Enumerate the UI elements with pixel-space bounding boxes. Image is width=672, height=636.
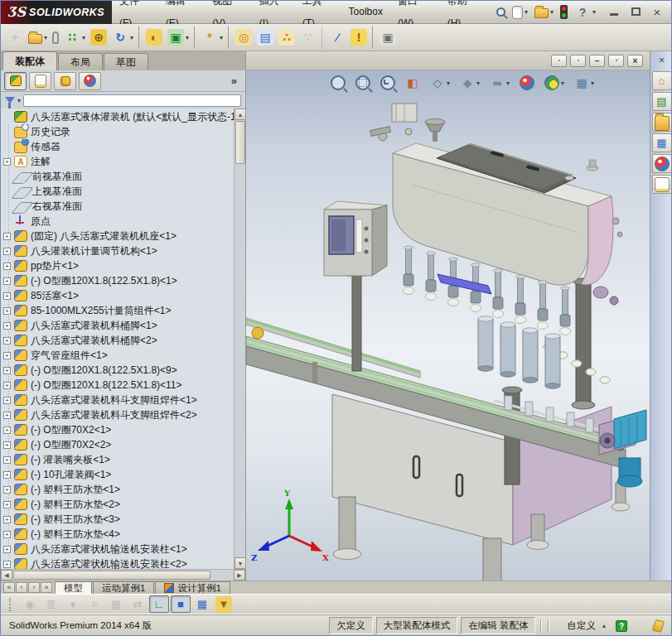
expand-icon[interactable]: + bbox=[3, 382, 11, 389]
tree-item[interactable]: + (-) O型圈70X2<2> bbox=[1, 437, 234, 452]
custom-view-selector[interactable]: 自定义 bbox=[567, 619, 596, 632]
appearances-icon[interactable] bbox=[652, 154, 672, 173]
custom-properties-icon[interactable] bbox=[652, 175, 672, 194]
scroll-right-icon[interactable]: ▶ bbox=[234, 570, 245, 581]
motion-grid-icon[interactable]: ▦ bbox=[106, 595, 126, 613]
assembly-features-icon[interactable]: ▣ bbox=[165, 26, 195, 49]
first-tab-button[interactable]: « bbox=[3, 582, 15, 593]
expand-icon[interactable]: + bbox=[3, 516, 11, 523]
expand-icon[interactable]: + bbox=[3, 277, 11, 285]
hide-show-items-icon[interactable]: ∞ bbox=[488, 75, 511, 91]
linear-component-pattern-icon[interactable]: ∷ bbox=[61, 26, 88, 49]
restore-button[interactable] bbox=[628, 6, 643, 18]
tree-item[interactable]: + 八头灌装机计量调节机构<1> bbox=[1, 243, 234, 258]
bill-of-materials-icon[interactable]: ▤ bbox=[254, 26, 276, 49]
tree-item[interactable]: + 85-1000MLX255计量筒组件<1> bbox=[1, 303, 234, 318]
tree-item[interactable]: + 八头活塞式灌状机输送机安装柱<1> bbox=[1, 542, 234, 556]
tree-item[interactable]: + 右视基准面 bbox=[1, 199, 234, 214]
tree-item[interactable]: + 前视基准面 bbox=[1, 169, 234, 184]
filter-input[interactable] bbox=[23, 94, 241, 107]
tree-item[interactable]: + A 注解 bbox=[1, 154, 234, 169]
expand-icon[interactable]: + bbox=[3, 426, 11, 434]
tree-item[interactable]: + (固定) 八头活塞式灌装机机座<1> bbox=[1, 229, 234, 243]
reference-geometry-icon[interactable]: * bbox=[199, 26, 229, 49]
scroll-thumb[interactable] bbox=[235, 121, 245, 164]
doc-restore-button[interactable] bbox=[608, 55, 624, 67]
apply-scene-icon[interactable] bbox=[543, 75, 566, 91]
scroll-thumb[interactable] bbox=[13, 571, 210, 580]
insert-components-icon[interactable]: + bbox=[4, 26, 26, 49]
expand-icon[interactable]: + bbox=[3, 546, 11, 553]
section-view-icon[interactable]: ◧ bbox=[404, 75, 422, 91]
expand-icon[interactable]: + bbox=[3, 337, 11, 344]
tree-root-item[interactable]: + 八头活塞式液体灌装机 (默认<默认_显示状态-1 bbox=[1, 109, 234, 124]
doc-close-button[interactable]: × bbox=[627, 55, 643, 67]
filter-funnel-icon[interactable] bbox=[5, 97, 15, 104]
display-pane-icon[interactable]: ▣ bbox=[377, 26, 399, 49]
tree-item[interactable]: + (-) O型圈120X1.8(122.5X1.8)<1> bbox=[1, 273, 234, 288]
expand-icon[interactable]: + bbox=[3, 412, 11, 419]
orientation-views-icon[interactable]: ■ bbox=[171, 595, 191, 613]
tree-item[interactable]: + (-) 塑料王防水垫<4> bbox=[1, 527, 234, 542]
tab-assembly[interactable]: 装配体 bbox=[2, 51, 57, 70]
help-icon[interactable]: ? bbox=[572, 2, 598, 22]
tree-item[interactable]: + 八头活塞式灌装机料斗支脚组焊件<1> bbox=[1, 393, 234, 407]
interference-detection-icon[interactable]: ! bbox=[348, 26, 373, 49]
open-part-icon[interactable] bbox=[26, 26, 50, 49]
filter-dropdown-icon[interactable]: ▾ bbox=[17, 97, 21, 104]
smart-fasteners-icon[interactable]: ⊕ bbox=[88, 26, 109, 49]
tree-item[interactable]: + (-) 塑料王防水垫<2> bbox=[1, 497, 234, 512]
tree-item[interactable]: + (-) 塑料王防水垫<3> bbox=[1, 512, 234, 527]
tree-item[interactable]: + 85活塞<1> bbox=[1, 288, 234, 303]
expand-icon[interactable]: + bbox=[3, 352, 11, 359]
propertymanager-tab[interactable] bbox=[29, 72, 51, 90]
featuremanager-tab[interactable] bbox=[4, 72, 27, 90]
expand-icon[interactable]: + bbox=[3, 307, 11, 315]
tree-horizontal-scrollbar[interactable]: ◀ ▶ bbox=[1, 569, 245, 581]
results-icon[interactable]: ≡ bbox=[85, 595, 104, 613]
pane-left-button[interactable] bbox=[551, 55, 567, 67]
move-component-icon[interactable]: ↻ bbox=[109, 26, 139, 49]
chevron-more-icon[interactable]: » bbox=[231, 75, 237, 87]
minimize-button[interactable] bbox=[607, 6, 621, 18]
expand-icon[interactable]: + bbox=[3, 367, 11, 374]
configurationmanager-tab[interactable] bbox=[54, 72, 76, 90]
expand-icon[interactable]: + bbox=[3, 322, 11, 330]
new-document-icon[interactable] bbox=[510, 2, 530, 22]
key-point-icon[interactable]: ∟ bbox=[149, 595, 169, 613]
tab-motion-study-1[interactable]: 运动算例1 bbox=[93, 581, 154, 594]
expand-timeline-icon[interactable]: ⇄ bbox=[128, 595, 147, 613]
view-orientation-icon[interactable]: ◇ bbox=[428, 75, 452, 91]
expand-icon[interactable]: + bbox=[3, 486, 11, 494]
expand-icon[interactable]: + bbox=[3, 441, 11, 449]
expand-icon[interactable]: + bbox=[3, 471, 11, 479]
menu-item[interactable]: Toolbox bbox=[341, 1, 390, 23]
expand-icon[interactable]: + bbox=[3, 456, 11, 464]
search-icon[interactable] bbox=[492, 7, 510, 17]
tag-icon[interactable] bbox=[652, 619, 665, 633]
tree-item[interactable]: + 八头活塞式灌装机料桶脚<2> bbox=[1, 333, 234, 348]
close-button[interactable]: × bbox=[650, 5, 665, 19]
tab-sketch[interactable]: 草图 bbox=[104, 53, 148, 70]
explode-line-sketch-icon[interactable]: ∵ bbox=[297, 26, 322, 49]
tree-item[interactable]: + (-) 塑料王防水垫<1> bbox=[1, 482, 234, 497]
pane-right-button[interactable] bbox=[570, 55, 586, 67]
tree-item[interactable]: + 原点 bbox=[1, 214, 234, 229]
tab-design-study-1[interactable]: 设计算例1 bbox=[155, 581, 230, 594]
edit-appearance-icon[interactable] bbox=[518, 75, 536, 91]
assembly-visualization-icon[interactable]: ◉ bbox=[20, 595, 40, 613]
motor-icon[interactable]: ♦ bbox=[63, 595, 83, 613]
view-settings-icon[interactable]: ▦ bbox=[573, 75, 596, 91]
scroll-down-icon[interactable]: ▼ bbox=[234, 557, 245, 569]
display-style-icon[interactable]: ◆ bbox=[458, 75, 481, 91]
scroll-up-icon[interactable]: ▲ bbox=[234, 108, 245, 120]
tree-item[interactable]: + (-) O型圈70X2<1> bbox=[1, 422, 234, 437]
prev-tab-button[interactable]: ‹ bbox=[16, 582, 27, 593]
tree-item[interactable]: + 八头活塞式灌状机输送机安装柱<2> bbox=[1, 556, 234, 569]
expand-icon[interactable]: + bbox=[3, 263, 11, 270]
expand-icon[interactable]: + bbox=[3, 248, 11, 255]
tab-layout[interactable]: 布局 bbox=[58, 53, 103, 70]
expand-icon[interactable]: + bbox=[3, 397, 11, 404]
scroll-left-icon[interactable]: ◀ bbox=[1, 570, 12, 581]
tree-item[interactable]: + 传感器 bbox=[1, 139, 234, 154]
